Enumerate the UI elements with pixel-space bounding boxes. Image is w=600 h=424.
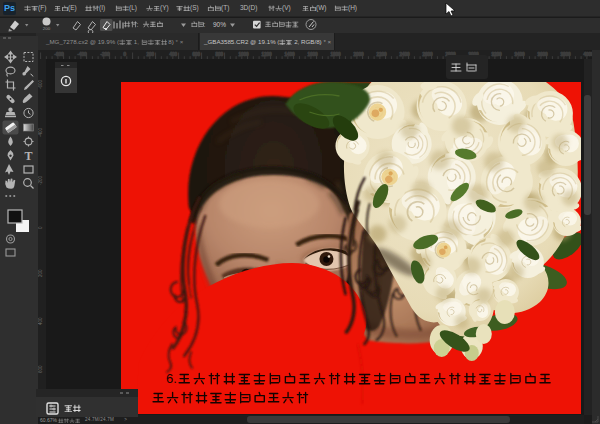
svg-text:1000: 1000	[239, 52, 250, 57]
svg-text::: :	[137, 21, 139, 28]
svg-text:200: 200	[147, 52, 155, 57]
svg-text:800: 800	[216, 52, 224, 57]
svg-text:400: 400	[38, 317, 43, 325]
svg-text:-200: -200	[101, 52, 111, 57]
svg-text:3600: 3600	[538, 52, 549, 57]
svg-text:1400: 1400	[285, 52, 296, 57]
svg-text:2600: 2600	[423, 52, 434, 57]
svg-text:1200: 1200	[262, 52, 273, 57]
svg-text:0: 0	[38, 226, 43, 229]
svg-text:3200: 3200	[492, 52, 503, 57]
svg-text:2400: 2400	[400, 52, 411, 57]
svg-text:200: 200	[38, 269, 43, 277]
svg-text:400: 400	[170, 52, 178, 57]
svg-text:-400: -400	[78, 52, 88, 57]
svg-text:T: T	[24, 149, 32, 163]
svg-text::: :	[204, 21, 206, 28]
svg-text:3400: 3400	[515, 52, 526, 57]
svg-text:1800: 1800	[331, 52, 342, 57]
svg-text:2000: 2000	[354, 52, 365, 57]
svg-text:90%: 90%	[213, 21, 226, 28]
svg-text:-400: -400	[38, 127, 43, 137]
svg-text:1600: 1600	[308, 52, 319, 57]
svg-text:200: 200	[43, 26, 51, 31]
svg-text:3800: 3800	[561, 52, 572, 57]
svg-text:-600: -600	[55, 52, 65, 57]
svg-text:6.: 6.	[166, 372, 177, 387]
svg-text:600: 600	[38, 365, 43, 373]
svg-text:0: 0	[124, 52, 127, 57]
svg-text:2200: 2200	[377, 52, 388, 57]
svg-text:600: 600	[193, 52, 201, 57]
svg-text:-200: -200	[38, 175, 43, 185]
svg-text:-600: -600	[38, 79, 43, 89]
